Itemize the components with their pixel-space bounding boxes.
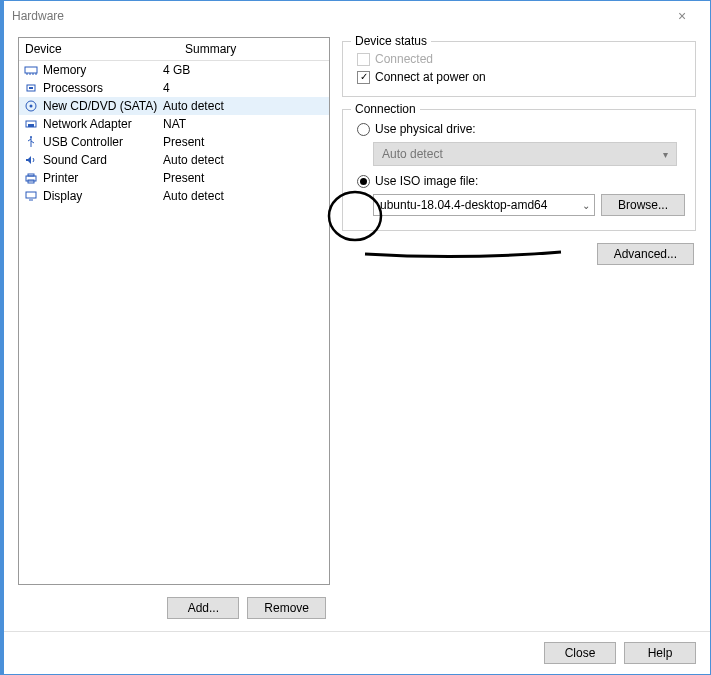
device-name: Display (43, 189, 82, 203)
add-button[interactable]: Add... (167, 597, 239, 619)
sound-icon (23, 153, 39, 167)
browse-button[interactable]: Browse... (601, 194, 685, 216)
printer-icon (23, 171, 39, 185)
label-connect-power: Connect at power on (375, 70, 486, 84)
device-row[interactable]: PrinterPresent (19, 169, 329, 187)
svg-rect-15 (26, 192, 36, 198)
checkbox-connect-power[interactable]: ✓ (357, 71, 370, 84)
col-device: Device (19, 38, 179, 60)
device-row[interactable]: Memory4 GB (19, 61, 329, 79)
device-summary: Present (163, 135, 325, 149)
memory-icon (23, 63, 39, 77)
advanced-button[interactable]: Advanced... (597, 243, 694, 265)
radio-physical-drive[interactable] (357, 123, 370, 136)
titlebar: Hardware × (4, 1, 710, 31)
device-summary: Auto detect (163, 99, 325, 113)
chevron-down-icon: ⌄ (582, 200, 590, 211)
label-connected: Connected (375, 52, 433, 66)
svg-rect-6 (29, 87, 33, 89)
physical-drive-dropdown: Auto detect ▾ (373, 142, 677, 166)
window-title: Hardware (12, 9, 662, 23)
device-row[interactable]: Network AdapterNAT (19, 115, 329, 133)
device-summary: Auto detect (163, 153, 325, 167)
group-title-connection: Connection (351, 102, 420, 116)
svg-point-8 (30, 105, 33, 108)
usb-icon (23, 135, 39, 149)
dialog-footer: Close Help (4, 631, 710, 674)
cd-icon (23, 99, 39, 113)
svg-rect-10 (28, 124, 34, 127)
svg-rect-0 (25, 67, 37, 73)
radio-iso-image[interactable] (357, 175, 370, 188)
display-icon (23, 189, 39, 203)
device-summary: Present (163, 171, 325, 185)
device-row[interactable]: USB ControllerPresent (19, 133, 329, 151)
device-summary: Auto detect (163, 189, 325, 203)
device-name: Sound Card (43, 153, 107, 167)
svg-point-11 (30, 136, 32, 138)
device-summary: NAT (163, 117, 325, 131)
chevron-down-icon: ▾ (663, 149, 668, 160)
device-name: Network Adapter (43, 117, 132, 131)
physical-drive-value: Auto detect (382, 147, 443, 161)
group-title-status: Device status (351, 34, 431, 48)
list-header: Device Summary (19, 38, 329, 61)
remove-button[interactable]: Remove (247, 597, 326, 619)
iso-file-dropdown[interactable]: ubuntu-18.04.4-desktop-amd64 ⌄ (373, 194, 595, 216)
nic-icon (23, 117, 39, 131)
col-summary: Summary (179, 38, 329, 60)
device-row[interactable]: DisplayAuto detect (19, 187, 329, 205)
checkbox-connected (357, 53, 370, 66)
hardware-dialog: Hardware × Device Summary Memory4 GBProc… (0, 0, 711, 675)
svg-rect-13 (28, 174, 34, 176)
label-physical-drive: Use physical drive: (375, 122, 476, 136)
device-row[interactable]: New CD/DVD (SATA)Auto detect (19, 97, 329, 115)
device-name: Memory (43, 63, 86, 77)
device-name: USB Controller (43, 135, 123, 149)
device-row[interactable]: Sound CardAuto detect (19, 151, 329, 169)
close-button[interactable]: Close (544, 642, 616, 664)
device-summary: 4 GB (163, 63, 325, 77)
close-icon[interactable]: × (662, 8, 702, 24)
connection-group: Connection Use physical drive: Auto dete… (342, 109, 696, 231)
device-row[interactable]: Processors4 (19, 79, 329, 97)
device-name: New CD/DVD (SATA) (43, 99, 157, 113)
device-name: Processors (43, 81, 103, 95)
cpu-icon (23, 81, 39, 95)
device-summary: 4 (163, 81, 325, 95)
label-iso-image: Use ISO image file: (375, 174, 478, 188)
device-list[interactable]: Device Summary Memory4 GBProcessors4New … (18, 37, 330, 585)
help-button[interactable]: Help (624, 642, 696, 664)
iso-file-value: ubuntu-18.04.4-desktop-amd64 (380, 198, 547, 212)
device-name: Printer (43, 171, 78, 185)
device-status-group: Device status Connected ✓ Connect at pow… (342, 41, 696, 97)
